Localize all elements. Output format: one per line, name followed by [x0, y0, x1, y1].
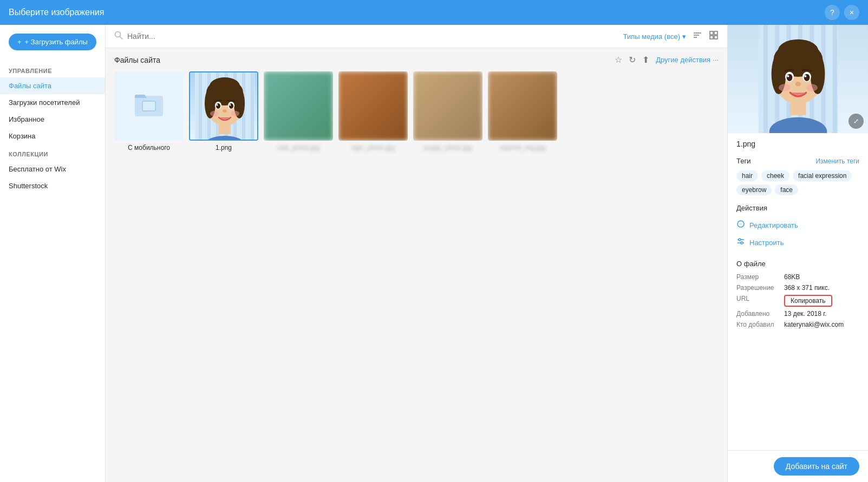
thumbnail-label-blurred: tiger_photo.jpg	[351, 144, 394, 151]
info-row-resolution: Разрешение 368 x 371 пикс.	[736, 284, 859, 292]
right-panel-body: 1.png Теги Изменить теги hair cheek faci…	[728, 133, 868, 450]
svg-point-63	[741, 242, 743, 244]
svg-rect-10	[142, 101, 155, 111]
list-item[interactable]: tiger_photo.jpg	[338, 71, 408, 151]
preview-image-container: ⤢	[728, 25, 868, 133]
thumbnail-label: 1.png	[216, 144, 232, 151]
share-icon[interactable]: ⬆	[642, 55, 649, 65]
tag-facial-expression: facial expression	[793, 170, 852, 181]
help-button[interactable]: ?	[825, 5, 840, 20]
collections-section-title: КОЛЛЕКЦИИ	[0, 144, 105, 161]
avatar-preview-thumb	[190, 72, 258, 141]
svg-point-55	[804, 75, 806, 77]
selected-thumbnail	[189, 71, 258, 141]
copy-url-button[interactable]: Копировать	[784, 295, 832, 307]
thumbnail-image	[413, 71, 482, 141]
info-row-url: URL Копировать	[736, 295, 859, 307]
svg-rect-7	[710, 36, 713, 39]
star-icon[interactable]: ☆	[615, 55, 622, 65]
add-to-site-button[interactable]: Добавить на сайт	[774, 457, 859, 476]
right-panel-footer: Добавить на сайт	[728, 450, 868, 482]
size-val: 68KB	[784, 273, 800, 281]
upload-button[interactable]: + + Загрузить файлы	[9, 34, 96, 50]
list-item[interactable]: puppy_photo.jpg	[413, 71, 482, 151]
actions-label: Действия	[736, 204, 859, 212]
svg-point-31	[230, 104, 231, 106]
thumbnail-image	[264, 71, 333, 141]
settings-action[interactable]: Настроить	[736, 234, 859, 251]
main-layout: + + Загрузить файлы УПРАВЛЕНИЕ Файлы сай…	[0, 25, 868, 482]
file-info-section: О файле Размер 68KB Разрешение 368 x 371…	[736, 260, 859, 328]
svg-point-33	[210, 111, 219, 116]
url-key: URL	[736, 295, 780, 307]
files-header-title: Файлы сайта	[114, 56, 160, 64]
sidebar-item-trash[interactable]: Корзина	[0, 128, 105, 144]
svg-rect-5	[710, 31, 713, 35]
resolution-key: Разрешение	[736, 284, 780, 292]
thumbnail-label-blurred: squirrel_img.jpg	[500, 144, 546, 151]
sidebar-item-visitor-uploads[interactable]: Загрузки посетителей	[0, 94, 105, 111]
added-by-val: katerynaki@wix.com	[784, 321, 844, 328]
media-type-label: Типы медиа (все)	[623, 32, 680, 41]
files-header: Файлы сайта ☆ ↻ ⬆ Другие действия ···	[114, 55, 719, 65]
edit-action[interactable]: Редактировать	[736, 216, 859, 234]
svg-point-52	[786, 74, 792, 81]
svg-line-1	[120, 37, 123, 39]
file-name: 1.png	[736, 140, 859, 148]
tags-label: Теги	[736, 157, 750, 165]
folder-icon	[133, 87, 165, 126]
list-item[interactable]: С мобильного	[114, 71, 184, 151]
folder-thumbnail	[114, 71, 184, 141]
edit-tags-button[interactable]: Изменить теги	[815, 157, 859, 165]
ellipsis-icon: ···	[713, 56, 719, 64]
upload-button-label: + Загрузить файлы	[25, 38, 88, 46]
thumbnail-image	[338, 71, 408, 141]
tags-section-header: Теги Изменить теги	[736, 157, 859, 165]
svg-point-57	[779, 84, 790, 91]
files-header-actions: ☆ ↻ ⬆ Другие действия ···	[615, 55, 719, 65]
size-key: Размер	[736, 273, 780, 281]
search-icon	[114, 31, 123, 42]
svg-point-56	[795, 82, 801, 86]
search-wrapper	[114, 31, 618, 42]
header-actions: ? ×	[825, 5, 859, 20]
sidebar-item-wix-free[interactable]: Бесплатно от Wix	[0, 161, 105, 177]
settings-label: Настроить	[749, 239, 784, 247]
search-input[interactable]	[127, 32, 618, 41]
svg-point-34	[231, 111, 239, 116]
added-val: 13 дек. 2018 г.	[784, 310, 827, 318]
close-button[interactable]: ×	[844, 5, 859, 20]
svg-point-25	[210, 77, 240, 95]
svg-point-29	[229, 103, 233, 109]
thumbnails-grid: С мобильного	[114, 71, 719, 151]
tag-cheek: cheek	[761, 170, 789, 181]
preview-avatar-svg	[744, 25, 852, 133]
other-actions-label: Другие действия	[656, 56, 710, 64]
list-item[interactable]: squirrel_img.jpg	[488, 71, 557, 151]
sidebar-item-shutterstock[interactable]: Shutterstock	[0, 177, 105, 194]
expand-preview-button[interactable]: ⤢	[849, 114, 864, 129]
info-row-size: Размер 68KB	[736, 273, 859, 281]
svg-point-58	[806, 84, 817, 91]
grid-view-button[interactable]	[709, 30, 719, 42]
sort-button[interactable]	[693, 30, 702, 42]
edit-icon	[736, 220, 745, 230]
other-actions-button[interactable]: Другие действия ···	[656, 56, 719, 64]
info-row-added-by: Кто добавил katerynaki@wix.com	[736, 321, 859, 328]
refresh-icon[interactable]: ↻	[629, 55, 636, 65]
actions-section: Действия Редактировать	[736, 204, 859, 251]
tags-container: hair cheek facial expression eyebrow fac…	[736, 170, 859, 195]
content-area: Типы медиа (все) ▾	[106, 25, 727, 482]
file-info-title: О файле	[736, 260, 859, 268]
list-item[interactable]: cats_photo.jpg	[264, 71, 333, 151]
header-title: Выберите изображения	[9, 8, 104, 17]
edit-label: Редактировать	[749, 221, 798, 229]
toolbar: Типы медиа (все) ▾	[106, 25, 727, 48]
svg-point-28	[216, 103, 220, 109]
sidebar-item-site-files[interactable]: Файлы сайта	[0, 77, 105, 94]
media-type-dropdown[interactable]: Типы медиа (все) ▾	[623, 32, 686, 41]
added-by-key: Кто добавил	[736, 321, 780, 328]
list-item[interactable]: 1.png	[189, 71, 258, 151]
tag-hair: hair	[736, 170, 758, 181]
sidebar-item-favorites[interactable]: Избранное	[0, 111, 105, 128]
